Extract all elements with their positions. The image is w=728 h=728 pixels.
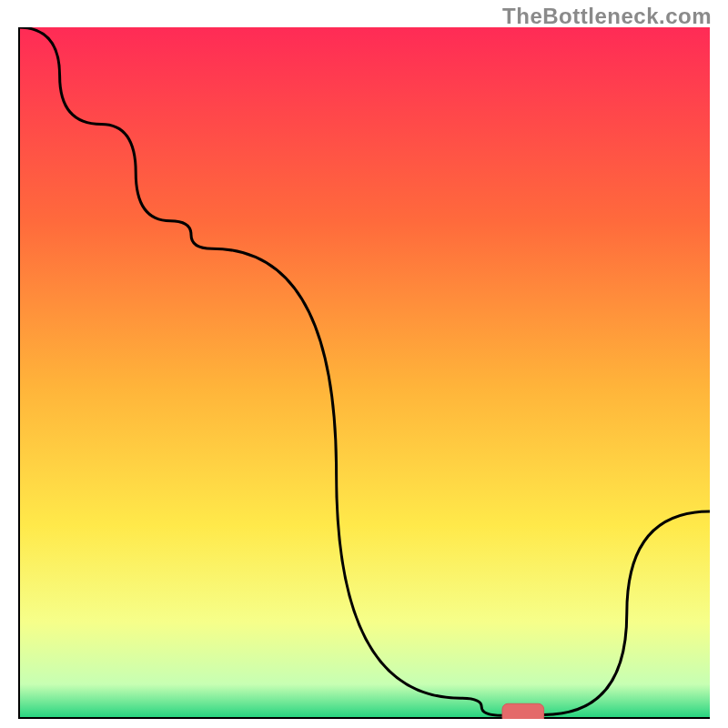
chart-frame: TheBottleneck.com <box>0 0 728 728</box>
plot-area <box>18 27 710 719</box>
watermark-text: TheBottleneck.com <box>502 4 712 29</box>
chart-svg <box>18 27 710 719</box>
optimum-marker <box>502 703 544 719</box>
